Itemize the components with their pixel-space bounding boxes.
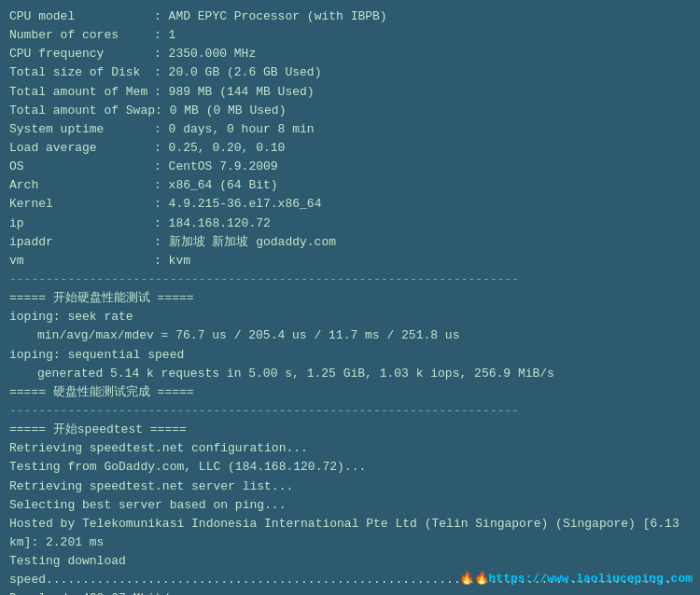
info-value: : 184.168.120.72: [154, 214, 271, 233]
info-label: vm: [9, 252, 154, 270]
info-label: CPU frequency: [9, 45, 154, 63]
terminal-line: vm: kvm: [9, 252, 691, 270]
terminal-line: generated 5.14 k requests in 5.00 s, 1.2…: [9, 365, 691, 383]
info-value: : 0 days, 0 hour 8 min: [154, 120, 315, 139]
info-value: : 2350.000 MHz: [154, 45, 256, 63]
terminal-line: Retrieving speedtest.net server list...: [9, 477, 691, 496]
terminal-line: Total amount of Mem: 989 MB (144 MB Used…: [9, 83, 691, 102]
info-value: : CentOS 7.9.2009: [154, 158, 278, 176]
info-value: : 1: [154, 26, 175, 45]
terminal-line: Testing from GoDaddy.com, LLC (184.168.1…: [9, 458, 691, 477]
terminal-line: Selecting best server based on ping...: [9, 496, 691, 515]
info-label: CPU model: [9, 7, 154, 26]
terminal-line: ipaddr: 新加坡 新加坡 godaddy.com: [9, 233, 691, 252]
terminal-line: Total amount of Swap: 0 MB (0 MB Used): [9, 102, 691, 120]
info-label: Load average: [9, 139, 154, 158]
terminal-line: ===== 硬盘性能测试完成 =====: [9, 383, 691, 402]
watermark-url: https://www.laoliuceping.com: [489, 572, 693, 586]
info-label: OS: [9, 158, 154, 176]
terminal-line: Number of cores: 1: [9, 26, 691, 45]
terminal-line: CPU frequency: 2350.000 MHz: [9, 45, 691, 63]
info-value: : 新加坡 新加坡 godaddy.com: [154, 233, 336, 252]
terminal-line: Arch: x86_64 (64 Bit): [9, 176, 691, 195]
terminal-line: ioping: sequential speed: [9, 346, 691, 365]
info-value: : kvm: [154, 252, 190, 270]
info-value: : 0.25, 0.20, 0.10: [154, 139, 285, 158]
info-label: System uptime: [9, 120, 154, 139]
info-label: ip: [9, 214, 154, 233]
terminal-line: Total size of Disk: 20.0 GB (2.6 GB Used…: [9, 63, 691, 82]
terminal-line: Download: 432.27 Mbit/s: [9, 589, 691, 595]
info-value: : 989 MB (144 MB Used): [154, 83, 315, 102]
terminal-output: CPU model: AMD EPYC Processor (with IBPB…: [0, 0, 700, 595]
terminal-line: OS: CentOS 7.9.2009: [9, 158, 691, 176]
terminal-line: System uptime: 0 days, 0 hour 8 min: [9, 120, 691, 139]
terminal-line: ip: 184.168.120.72: [9, 214, 691, 233]
info-value: : 20.0 GB (2.6 GB Used): [154, 63, 321, 82]
terminal-line: Load average: 0.25, 0.20, 0.10: [9, 139, 691, 158]
terminal-line: CPU model: AMD EPYC Processor (with IBPB…: [9, 7, 691, 26]
terminal-line: min/avg/max/mdev = 76.7 us / 205.4 us / …: [9, 326, 691, 345]
info-value: : 0 MB (0 MB Used): [155, 102, 286, 120]
info-value: : x86_64 (64 Bit): [154, 176, 278, 195]
info-label: Total size of Disk: [9, 63, 154, 82]
terminal-line: ----------------------------------------…: [9, 402, 691, 421]
info-value: : 4.9.215-36.el7.x86_64: [154, 195, 321, 214]
terminal-line: ----------------------------------------…: [9, 270, 691, 289]
terminal-line: Hosted by Telekomunikasi Indonesia Inter…: [9, 515, 691, 552]
watermark: 🔥🔥https://www.laoliuceping.com: [459, 571, 693, 586]
terminal-line: ===== 开始硬盘性能测试 =====: [9, 289, 691, 308]
watermark-icon: 🔥🔥: [459, 572, 489, 586]
info-value: : AMD EPYC Processor (with IBPB): [154, 7, 387, 26]
terminal-line: ioping: seek rate: [9, 308, 691, 326]
terminal-line: Kernel: 4.9.215-36.el7.x86_64: [9, 195, 691, 214]
terminal-line: Retrieving speedtest.net configuration..…: [9, 439, 691, 458]
info-label: ipaddr: [9, 233, 154, 252]
info-label: Total amount of Swap: [9, 102, 155, 120]
info-label: Kernel: [9, 195, 154, 214]
info-label: Number of cores: [9, 26, 154, 45]
info-label: Total amount of Mem: [9, 83, 154, 102]
info-label: Arch: [9, 176, 154, 195]
terminal-line: ===== 开始speedtest =====: [9, 421, 691, 439]
